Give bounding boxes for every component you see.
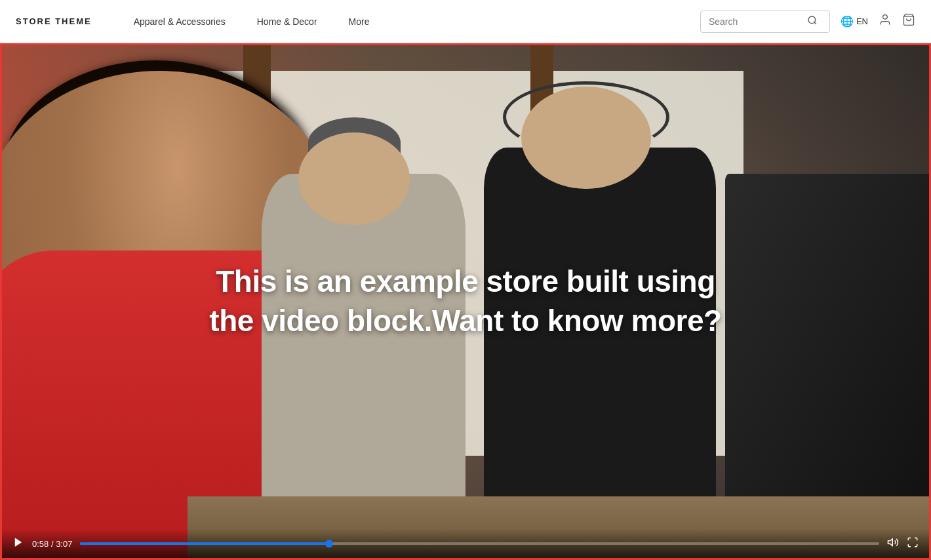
volume-button[interactable]: [887, 536, 899, 551]
overlay-line2: the video block.Want to know more?: [209, 304, 721, 338]
language-button[interactable]: 🌐 EN: [841, 15, 868, 28]
account-button[interactable]: [879, 13, 892, 30]
main-nav: Apparel & Accessories Home & Decor More: [118, 0, 700, 43]
site-logo[interactable]: STORE THEME: [16, 16, 92, 26]
nav-item-apparel[interactable]: Apparel & Accessories: [118, 0, 241, 43]
svg-line-1: [814, 22, 816, 24]
globe-icon: 🌐: [841, 15, 854, 28]
cart-button[interactable]: [902, 13, 915, 30]
search-box[interactable]: [700, 10, 830, 33]
nav-item-home-decor[interactable]: Home & Decor: [241, 0, 333, 43]
header-right: 🌐 EN: [700, 10, 915, 33]
svg-marker-5: [888, 539, 893, 546]
search-icon-button[interactable]: [807, 15, 818, 28]
video-controls: 0:58 / 3:07: [2, 529, 929, 558]
search-input[interactable]: [709, 16, 807, 27]
main-container: This is an example store built using the…: [0, 43, 931, 560]
language-code: EN: [856, 16, 868, 26]
svg-point-2: [883, 15, 888, 20]
fullscreen-button[interactable]: [907, 536, 919, 551]
overlay-line1: This is an example store built using: [216, 264, 715, 298]
time-display: 0:58 / 3:07: [32, 539, 72, 549]
svg-point-0: [808, 16, 816, 24]
site-header: STORE THEME Apparel & Accessories Home &…: [0, 0, 931, 43]
nav-item-more[interactable]: More: [333, 0, 386, 43]
video-overlay-text: This is an example store built using the…: [141, 262, 790, 341]
video-area[interactable]: This is an example store built using the…: [2, 45, 929, 558]
svg-marker-4: [15, 538, 22, 547]
progress-dot: [325, 540, 333, 548]
play-button[interactable]: [12, 536, 24, 551]
progress-fill: [80, 542, 329, 545]
progress-bar[interactable]: [80, 542, 879, 545]
